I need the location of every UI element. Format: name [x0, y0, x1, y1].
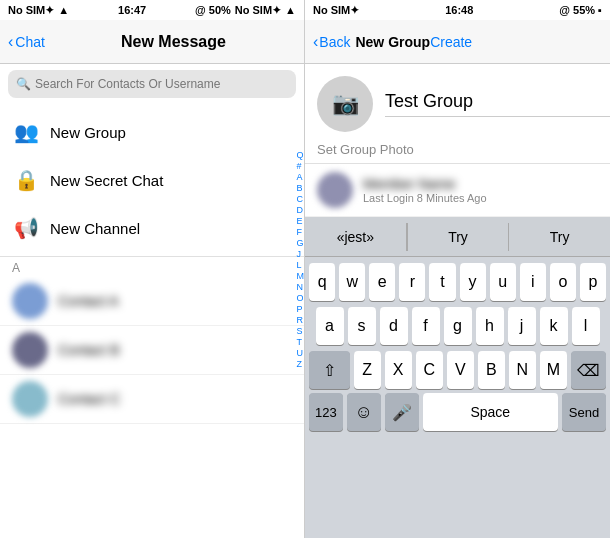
- key-q[interactable]: q: [309, 263, 335, 301]
- key-o[interactable]: o: [550, 263, 576, 301]
- key-send[interactable]: Send: [562, 393, 606, 431]
- key-r[interactable]: r: [399, 263, 425, 301]
- time-right: 16:48: [445, 4, 473, 16]
- alpha-index: Q # A B C D E F G J L M N O P R S T U Z: [297, 150, 305, 369]
- camera-icon: 📷: [332, 91, 359, 117]
- key-a[interactable]: a: [316, 307, 344, 345]
- key-u[interactable]: u: [490, 263, 516, 301]
- back-button-right[interactable]: ‹ Back New Group: [313, 33, 430, 51]
- menu-items: 👥 New Group 🔒 New Secret Chat 📢 New Chan…: [0, 104, 304, 257]
- battery-right: @ 55% ▪: [559, 4, 602, 16]
- network-left: @ 50%: [195, 4, 231, 16]
- keyboard-row-1: q w e r t y u i o p: [309, 263, 606, 301]
- status-right-left: @ 50% No SIM✦ ▲: [195, 4, 296, 17]
- new-channel-label: New Channel: [50, 220, 140, 237]
- key-numbers[interactable]: 123: [309, 393, 343, 431]
- key-space[interactable]: Space: [423, 393, 558, 431]
- back-button-left[interactable]: ‹ Chat: [8, 33, 45, 51]
- keyboard-rows: q w e r t y u i o p a s d f g h j k: [305, 257, 610, 391]
- contact-list: Contact A Contact B Contact C: [0, 277, 304, 538]
- suggestion-jest[interactable]: «jest»: [305, 223, 407, 251]
- nav-bar-left: ‹ Chat New Message: [0, 20, 304, 64]
- contact-item[interactable]: Contact B: [0, 326, 304, 375]
- key-k[interactable]: k: [540, 307, 568, 345]
- set-photo-label: Set Group Photo: [305, 138, 610, 164]
- member-status: Last Login 8 Minutes Ago: [363, 192, 598, 204]
- search-input[interactable]: [35, 77, 288, 91]
- member-item: Member Name Last Login 8 Minutes Ago: [305, 164, 610, 217]
- key-y[interactable]: y: [460, 263, 486, 301]
- key-m[interactable]: M: [540, 351, 567, 389]
- keyboard: q w e r t y u i o p a s d f g h j k: [305, 257, 610, 538]
- member-avatar: [317, 172, 353, 208]
- key-delete[interactable]: ⌫: [571, 351, 606, 389]
- signal-icon: ▲: [58, 4, 69, 16]
- key-g[interactable]: g: [444, 307, 472, 345]
- avatar: [12, 381, 48, 417]
- keyboard-row-3: ⇧ Z X C V B N M ⌫: [309, 351, 606, 389]
- suggestion-try1[interactable]: Try: [407, 223, 510, 251]
- contact-item[interactable]: Contact C: [0, 375, 304, 424]
- new-channel-icon: 📢: [12, 214, 40, 242]
- carrier2-left: No SIM✦: [235, 4, 281, 17]
- status-bar-right: No SIM✦ 16:48 @ 55% ▪: [305, 0, 610, 20]
- chevron-left-icon: ‹: [8, 33, 13, 51]
- back-title-right: New Group: [355, 34, 430, 50]
- new-group-icon: 👥: [12, 118, 40, 146]
- key-l[interactable]: l: [572, 307, 600, 345]
- chevron-right-icon: ‹: [313, 33, 318, 51]
- carrier-right: No SIM✦: [313, 4, 359, 17]
- member-name: Member Name: [363, 176, 598, 192]
- avatar: [12, 283, 48, 319]
- wifi-icon: ▲: [285, 4, 296, 16]
- group-photo-button[interactable]: 📷: [317, 76, 373, 132]
- key-n[interactable]: N: [509, 351, 536, 389]
- key-e[interactable]: e: [369, 263, 395, 301]
- contact-name: Contact C: [58, 391, 120, 407]
- new-secret-chat-icon: 🔒: [12, 166, 40, 194]
- carrier-left: No SIM✦: [8, 4, 54, 17]
- member-info: Member Name Last Login 8 Minutes Ago: [363, 176, 598, 204]
- contact-name: Contact B: [58, 342, 119, 358]
- keyboard-bottom-row: 123 ☺ 🎤 Space Send: [305, 391, 610, 437]
- section-label-a: A: [0, 257, 304, 277]
- new-secret-chat-label: New Secret Chat: [50, 172, 163, 189]
- key-z[interactable]: Z: [354, 351, 381, 389]
- status-carrier-left: No SIM✦ ▲: [8, 4, 69, 17]
- contact-name: Contact A: [58, 293, 119, 309]
- key-h[interactable]: h: [476, 307, 504, 345]
- key-p[interactable]: p: [580, 263, 606, 301]
- key-w[interactable]: w: [339, 263, 365, 301]
- key-j[interactable]: j: [508, 307, 536, 345]
- key-f[interactable]: f: [412, 307, 440, 345]
- create-button[interactable]: Create: [430, 34, 472, 50]
- contact-item[interactable]: Contact A: [0, 277, 304, 326]
- key-d[interactable]: d: [380, 307, 408, 345]
- status-bar-left: No SIM✦ ▲ 16:47 @ 50% No SIM✦ ▲: [0, 0, 304, 20]
- new-channel-item[interactable]: 📢 New Channel: [0, 204, 304, 252]
- key-mic[interactable]: 🎤: [385, 393, 419, 431]
- nav-bar-right: ‹ Back New Group Create: [305, 20, 610, 64]
- search-icon: 🔍: [16, 77, 31, 91]
- new-secret-chat-item[interactable]: 🔒 New Secret Chat: [0, 156, 304, 204]
- key-shift[interactable]: ⇧: [309, 351, 350, 389]
- group-name-input[interactable]: [385, 91, 610, 117]
- key-i[interactable]: i: [520, 263, 546, 301]
- avatar: [12, 332, 48, 368]
- suggestion-try2[interactable]: Try: [509, 223, 610, 251]
- new-group-item[interactable]: 👥 New Group: [0, 108, 304, 156]
- left-panel: No SIM✦ ▲ 16:47 @ 50% No SIM✦ ▲ ‹ Chat N…: [0, 0, 305, 538]
- search-bar[interactable]: 🔍: [8, 70, 296, 98]
- nav-title-left: New Message: [51, 33, 296, 51]
- key-s[interactable]: s: [348, 307, 376, 345]
- key-x[interactable]: X: [385, 351, 412, 389]
- key-v[interactable]: V: [447, 351, 474, 389]
- key-t[interactable]: t: [429, 263, 455, 301]
- time-left: 16:47: [118, 4, 146, 16]
- key-c[interactable]: C: [416, 351, 443, 389]
- key-emoji[interactable]: ☺: [347, 393, 381, 431]
- key-b[interactable]: B: [478, 351, 505, 389]
- back-label-right: Back: [319, 34, 350, 50]
- new-group-label: New Group: [50, 124, 126, 141]
- keyboard-row-2: a s d f g h j k l: [309, 307, 606, 345]
